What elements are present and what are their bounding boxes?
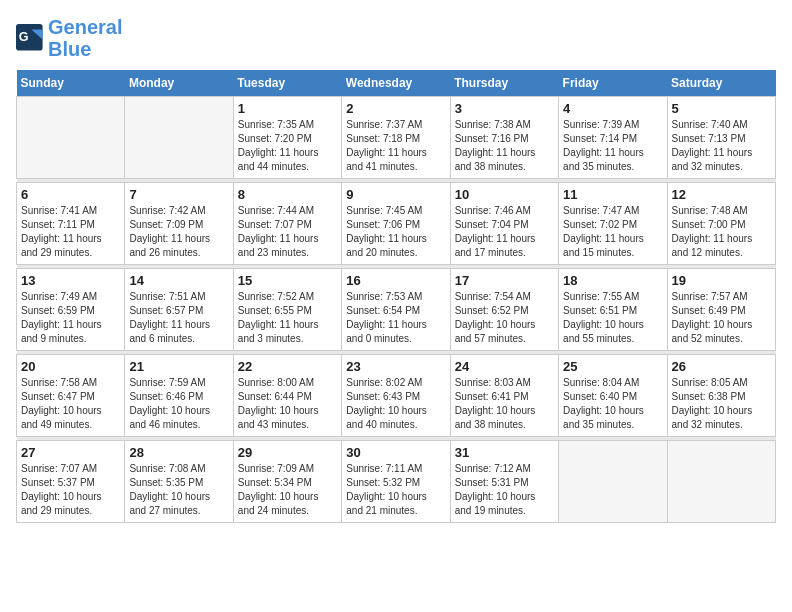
day-number: 5	[672, 101, 771, 116]
day-info: Sunrise: 7:49 AM Sunset: 6:59 PM Dayligh…	[21, 290, 120, 346]
day-info: Sunrise: 7:51 AM Sunset: 6:57 PM Dayligh…	[129, 290, 228, 346]
calendar-cell	[667, 441, 775, 523]
day-number: 28	[129, 445, 228, 460]
day-number: 25	[563, 359, 662, 374]
day-info: Sunrise: 7:38 AM Sunset: 7:16 PM Dayligh…	[455, 118, 554, 174]
page-header: G GeneralBlue	[16, 16, 776, 60]
day-info: Sunrise: 7:53 AM Sunset: 6:54 PM Dayligh…	[346, 290, 445, 346]
day-number: 29	[238, 445, 337, 460]
calendar-cell	[125, 97, 233, 179]
calendar-cell: 18Sunrise: 7:55 AM Sunset: 6:51 PM Dayli…	[559, 269, 667, 351]
calendar-cell: 26Sunrise: 8:05 AM Sunset: 6:38 PM Dayli…	[667, 355, 775, 437]
day-number: 11	[563, 187, 662, 202]
calendar-cell: 5Sunrise: 7:40 AM Sunset: 7:13 PM Daylig…	[667, 97, 775, 179]
calendar-cell: 31Sunrise: 7:12 AM Sunset: 5:31 PM Dayli…	[450, 441, 558, 523]
weekday-header-row: SundayMondayTuesdayWednesdayThursdayFrid…	[17, 70, 776, 97]
day-number: 1	[238, 101, 337, 116]
calendar-cell: 12Sunrise: 7:48 AM Sunset: 7:00 PM Dayli…	[667, 183, 775, 265]
day-number: 24	[455, 359, 554, 374]
day-info: Sunrise: 7:42 AM Sunset: 7:09 PM Dayligh…	[129, 204, 228, 260]
calendar-cell: 7Sunrise: 7:42 AM Sunset: 7:09 PM Daylig…	[125, 183, 233, 265]
calendar: SundayMondayTuesdayWednesdayThursdayFrid…	[16, 70, 776, 523]
day-number: 16	[346, 273, 445, 288]
calendar-cell: 27Sunrise: 7:07 AM Sunset: 5:37 PM Dayli…	[17, 441, 125, 523]
weekday-header-monday: Monday	[125, 70, 233, 97]
day-info: Sunrise: 7:35 AM Sunset: 7:20 PM Dayligh…	[238, 118, 337, 174]
calendar-cell	[559, 441, 667, 523]
calendar-cell: 15Sunrise: 7:52 AM Sunset: 6:55 PM Dayli…	[233, 269, 341, 351]
calendar-cell: 8Sunrise: 7:44 AM Sunset: 7:07 PM Daylig…	[233, 183, 341, 265]
calendar-cell: 10Sunrise: 7:46 AM Sunset: 7:04 PM Dayli…	[450, 183, 558, 265]
day-info: Sunrise: 8:00 AM Sunset: 6:44 PM Dayligh…	[238, 376, 337, 432]
calendar-cell: 4Sunrise: 7:39 AM Sunset: 7:14 PM Daylig…	[559, 97, 667, 179]
day-number: 22	[238, 359, 337, 374]
week-row-3: 13Sunrise: 7:49 AM Sunset: 6:59 PM Dayli…	[17, 269, 776, 351]
day-info: Sunrise: 7:45 AM Sunset: 7:06 PM Dayligh…	[346, 204, 445, 260]
day-info: Sunrise: 7:47 AM Sunset: 7:02 PM Dayligh…	[563, 204, 662, 260]
logo-text: GeneralBlue	[48, 16, 122, 60]
day-number: 27	[21, 445, 120, 460]
calendar-cell: 13Sunrise: 7:49 AM Sunset: 6:59 PM Dayli…	[17, 269, 125, 351]
day-number: 2	[346, 101, 445, 116]
day-number: 20	[21, 359, 120, 374]
day-info: Sunrise: 7:07 AM Sunset: 5:37 PM Dayligh…	[21, 462, 120, 518]
calendar-cell: 23Sunrise: 8:02 AM Sunset: 6:43 PM Dayli…	[342, 355, 450, 437]
day-number: 30	[346, 445, 445, 460]
day-info: Sunrise: 7:40 AM Sunset: 7:13 PM Dayligh…	[672, 118, 771, 174]
day-info: Sunrise: 7:57 AM Sunset: 6:49 PM Dayligh…	[672, 290, 771, 346]
calendar-cell: 22Sunrise: 8:00 AM Sunset: 6:44 PM Dayli…	[233, 355, 341, 437]
day-info: Sunrise: 8:05 AM Sunset: 6:38 PM Dayligh…	[672, 376, 771, 432]
day-number: 4	[563, 101, 662, 116]
calendar-cell: 1Sunrise: 7:35 AM Sunset: 7:20 PM Daylig…	[233, 97, 341, 179]
day-info: Sunrise: 7:55 AM Sunset: 6:51 PM Dayligh…	[563, 290, 662, 346]
calendar-cell: 25Sunrise: 8:04 AM Sunset: 6:40 PM Dayli…	[559, 355, 667, 437]
calendar-cell: 17Sunrise: 7:54 AM Sunset: 6:52 PM Dayli…	[450, 269, 558, 351]
calendar-cell: 3Sunrise: 7:38 AM Sunset: 7:16 PM Daylig…	[450, 97, 558, 179]
week-row-2: 6Sunrise: 7:41 AM Sunset: 7:11 PM Daylig…	[17, 183, 776, 265]
weekday-header-wednesday: Wednesday	[342, 70, 450, 97]
calendar-cell: 30Sunrise: 7:11 AM Sunset: 5:32 PM Dayli…	[342, 441, 450, 523]
day-info: Sunrise: 7:39 AM Sunset: 7:14 PM Dayligh…	[563, 118, 662, 174]
day-number: 17	[455, 273, 554, 288]
calendar-cell	[17, 97, 125, 179]
weekday-header-tuesday: Tuesday	[233, 70, 341, 97]
day-number: 10	[455, 187, 554, 202]
day-number: 15	[238, 273, 337, 288]
day-info: Sunrise: 7:58 AM Sunset: 6:47 PM Dayligh…	[21, 376, 120, 432]
day-info: Sunrise: 7:54 AM Sunset: 6:52 PM Dayligh…	[455, 290, 554, 346]
day-info: Sunrise: 7:41 AM Sunset: 7:11 PM Dayligh…	[21, 204, 120, 260]
day-info: Sunrise: 7:52 AM Sunset: 6:55 PM Dayligh…	[238, 290, 337, 346]
day-info: Sunrise: 7:44 AM Sunset: 7:07 PM Dayligh…	[238, 204, 337, 260]
day-info: Sunrise: 7:09 AM Sunset: 5:34 PM Dayligh…	[238, 462, 337, 518]
weekday-header-sunday: Sunday	[17, 70, 125, 97]
calendar-cell: 19Sunrise: 7:57 AM Sunset: 6:49 PM Dayli…	[667, 269, 775, 351]
day-info: Sunrise: 7:46 AM Sunset: 7:04 PM Dayligh…	[455, 204, 554, 260]
day-number: 7	[129, 187, 228, 202]
day-number: 14	[129, 273, 228, 288]
calendar-cell: 2Sunrise: 7:37 AM Sunset: 7:18 PM Daylig…	[342, 97, 450, 179]
calendar-cell: 9Sunrise: 7:45 AM Sunset: 7:06 PM Daylig…	[342, 183, 450, 265]
calendar-cell: 24Sunrise: 8:03 AM Sunset: 6:41 PM Dayli…	[450, 355, 558, 437]
day-number: 6	[21, 187, 120, 202]
calendar-cell: 21Sunrise: 7:59 AM Sunset: 6:46 PM Dayli…	[125, 355, 233, 437]
day-info: Sunrise: 7:48 AM Sunset: 7:00 PM Dayligh…	[672, 204, 771, 260]
weekday-header-saturday: Saturday	[667, 70, 775, 97]
day-info: Sunrise: 8:02 AM Sunset: 6:43 PM Dayligh…	[346, 376, 445, 432]
day-info: Sunrise: 7:11 AM Sunset: 5:32 PM Dayligh…	[346, 462, 445, 518]
logo-icon: G	[16, 24, 44, 52]
day-number: 18	[563, 273, 662, 288]
day-info: Sunrise: 7:08 AM Sunset: 5:35 PM Dayligh…	[129, 462, 228, 518]
day-info: Sunrise: 7:37 AM Sunset: 7:18 PM Dayligh…	[346, 118, 445, 174]
week-row-1: 1Sunrise: 7:35 AM Sunset: 7:20 PM Daylig…	[17, 97, 776, 179]
day-number: 26	[672, 359, 771, 374]
day-info: Sunrise: 8:04 AM Sunset: 6:40 PM Dayligh…	[563, 376, 662, 432]
calendar-cell: 16Sunrise: 7:53 AM Sunset: 6:54 PM Dayli…	[342, 269, 450, 351]
day-number: 19	[672, 273, 771, 288]
weekday-header-thursday: Thursday	[450, 70, 558, 97]
day-number: 23	[346, 359, 445, 374]
day-number: 9	[346, 187, 445, 202]
day-info: Sunrise: 7:12 AM Sunset: 5:31 PM Dayligh…	[455, 462, 554, 518]
day-number: 13	[21, 273, 120, 288]
svg-text:G: G	[19, 30, 29, 44]
day-number: 21	[129, 359, 228, 374]
